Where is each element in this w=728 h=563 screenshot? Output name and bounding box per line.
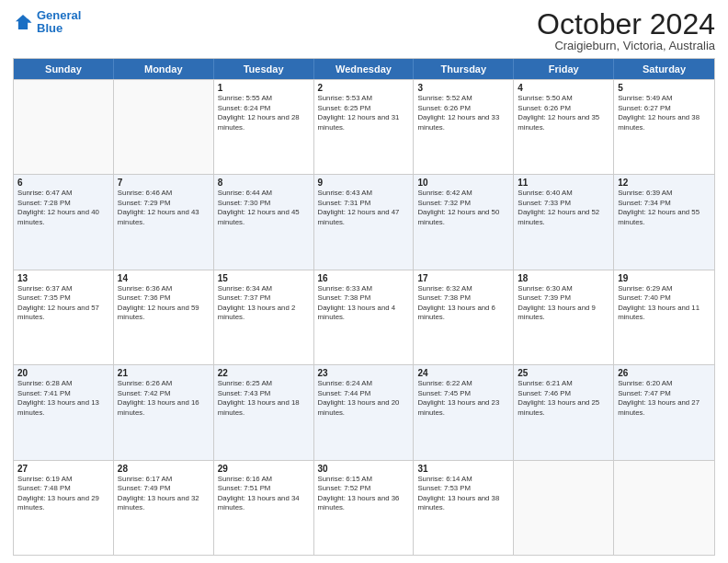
day-number: 2 — [318, 83, 410, 93]
calendar-cell-4-2: 29Sunrise: 6:16 AM Sunset: 7:51 PM Dayli… — [214, 461, 314, 555]
day-info: Sunrise: 6:20 AM Sunset: 7:47 PM Dayligh… — [618, 379, 711, 418]
calendar-cell-0-1 — [114, 80, 214, 174]
day-info: Sunrise: 6:19 AM Sunset: 7:48 PM Dayligh… — [17, 475, 109, 513]
day-info: Sunrise: 6:16 AM Sunset: 7:51 PM Dayligh… — [218, 475, 310, 513]
title-block: October 2024 Craigieburn, Victoria, Aust… — [537, 9, 715, 52]
day-info: Sunrise: 5:55 AM Sunset: 6:24 PM Dayligh… — [218, 94, 310, 132]
weekday-header-saturday: Saturday — [614, 59, 714, 79]
calendar-cell-0-2: 1Sunrise: 5:55 AM Sunset: 6:24 PM Daylig… — [214, 80, 314, 174]
day-number: 28 — [118, 464, 210, 474]
calendar-row-3: 20Sunrise: 6:28 AM Sunset: 7:41 PM Dayli… — [14, 364, 714, 459]
day-number: 8 — [218, 178, 310, 188]
day-info: Sunrise: 5:49 AM Sunset: 6:27 PM Dayligh… — [618, 94, 711, 132]
day-info: Sunrise: 6:47 AM Sunset: 7:28 PM Dayligh… — [17, 189, 109, 227]
day-info: Sunrise: 6:17 AM Sunset: 7:49 PM Dayligh… — [118, 475, 210, 513]
day-number: 24 — [417, 368, 509, 378]
page: General Blue October 2024 Craigieburn, V… — [0, 0, 728, 563]
calendar-cell-1-0: 6Sunrise: 6:47 AM Sunset: 7:28 PM Daylig… — [14, 175, 114, 269]
calendar-cell-3-5: 25Sunrise: 6:21 AM Sunset: 7:46 PM Dayli… — [514, 365, 614, 459]
calendar-cell-1-2: 8Sunrise: 6:44 AM Sunset: 7:30 PM Daylig… — [214, 175, 314, 269]
calendar-cell-1-1: 7Sunrise: 6:46 AM Sunset: 7:29 PM Daylig… — [114, 175, 214, 269]
calendar-cell-4-0: 27Sunrise: 6:19 AM Sunset: 7:48 PM Dayli… — [14, 461, 114, 555]
day-number: 12 — [618, 178, 711, 188]
day-number: 31 — [417, 464, 509, 474]
day-number: 17 — [417, 273, 509, 283]
svg-marker-1 — [28, 19, 31, 23]
day-info: Sunrise: 6:33 AM Sunset: 7:38 PM Dayligh… — [318, 284, 410, 323]
calendar-row-2: 13Sunrise: 6:37 AM Sunset: 7:35 PM Dayli… — [14, 270, 714, 364]
day-number: 11 — [518, 178, 609, 188]
day-info: Sunrise: 6:30 AM Sunset: 7:39 PM Dayligh… — [518, 284, 609, 323]
calendar-cell-4-6 — [614, 461, 714, 555]
calendar-cell-1-4: 10Sunrise: 6:42 AM Sunset: 7:32 PM Dayli… — [414, 175, 514, 269]
day-info: Sunrise: 6:24 AM Sunset: 7:44 PM Dayligh… — [318, 379, 410, 418]
day-info: Sunrise: 6:15 AM Sunset: 7:52 PM Dayligh… — [318, 475, 410, 513]
day-number: 23 — [318, 368, 410, 378]
day-number: 30 — [318, 464, 410, 474]
weekday-header-thursday: Thursday — [414, 59, 514, 79]
day-info: Sunrise: 6:46 AM Sunset: 7:29 PM Dayligh… — [118, 189, 210, 227]
day-number: 9 — [318, 178, 410, 188]
day-number: 29 — [218, 464, 310, 474]
day-info: Sunrise: 6:21 AM Sunset: 7:46 PM Dayligh… — [518, 379, 609, 418]
day-info: Sunrise: 6:14 AM Sunset: 7:53 PM Dayligh… — [417, 475, 509, 513]
day-number: 18 — [518, 273, 609, 283]
calendar-cell-4-1: 28Sunrise: 6:17 AM Sunset: 7:49 PM Dayli… — [114, 461, 214, 555]
logo: General Blue — [13, 9, 81, 36]
logo-line1: General — [37, 8, 81, 22]
calendar-cell-2-2: 15Sunrise: 6:34 AM Sunset: 7:37 PM Dayli… — [214, 270, 314, 364]
day-number: 16 — [318, 273, 410, 283]
location: Craigieburn, Victoria, Australia — [537, 39, 715, 52]
day-info: Sunrise: 6:25 AM Sunset: 7:43 PM Dayligh… — [218, 379, 310, 418]
day-number: 6 — [17, 178, 109, 188]
calendar-cell-2-4: 17Sunrise: 6:32 AM Sunset: 7:38 PM Dayli… — [414, 270, 514, 364]
day-number: 5 — [618, 83, 711, 93]
calendar-cell-1-6: 12Sunrise: 6:39 AM Sunset: 7:34 PM Dayli… — [614, 175, 714, 269]
calendar-cell-2-5: 18Sunrise: 6:30 AM Sunset: 7:39 PM Dayli… — [514, 270, 614, 364]
day-info: Sunrise: 5:50 AM Sunset: 6:26 PM Dayligh… — [518, 94, 609, 132]
weekday-header-wednesday: Wednesday — [314, 59, 415, 79]
day-number: 25 — [518, 368, 609, 378]
calendar-cell-1-3: 9Sunrise: 6:43 AM Sunset: 7:31 PM Daylig… — [314, 175, 415, 269]
day-number: 21 — [118, 368, 210, 378]
day-info: Sunrise: 6:28 AM Sunset: 7:41 PM Dayligh… — [17, 379, 109, 418]
day-info: Sunrise: 6:32 AM Sunset: 7:38 PM Dayligh… — [417, 284, 509, 323]
calendar-cell-4-5 — [514, 461, 614, 555]
month-title: October 2024 — [537, 9, 715, 39]
day-number: 13 — [17, 273, 109, 283]
calendar-cell-0-0 — [14, 80, 114, 174]
calendar-cell-2-3: 16Sunrise: 6:33 AM Sunset: 7:38 PM Dayli… — [314, 270, 415, 364]
calendar-row-0: 1Sunrise: 5:55 AM Sunset: 6:24 PM Daylig… — [14, 79, 714, 174]
day-info: Sunrise: 6:42 AM Sunset: 7:32 PM Dayligh… — [417, 189, 509, 227]
calendar-row-1: 6Sunrise: 6:47 AM Sunset: 7:28 PM Daylig… — [14, 174, 714, 269]
day-number: 19 — [618, 273, 711, 283]
day-number: 10 — [417, 178, 509, 188]
day-info: Sunrise: 6:37 AM Sunset: 7:35 PM Dayligh… — [17, 284, 109, 323]
day-number: 7 — [118, 178, 210, 188]
day-number: 20 — [17, 368, 109, 378]
weekday-header-sunday: Sunday — [14, 59, 114, 79]
day-info: Sunrise: 6:39 AM Sunset: 7:34 PM Dayligh… — [618, 189, 711, 227]
calendar-cell-0-4: 3Sunrise: 5:52 AM Sunset: 6:26 PM Daylig… — [414, 80, 514, 174]
day-info: Sunrise: 6:36 AM Sunset: 7:36 PM Dayligh… — [118, 284, 210, 323]
day-info: Sunrise: 5:52 AM Sunset: 6:26 PM Dayligh… — [417, 94, 509, 132]
header: General Blue October 2024 Craigieburn, V… — [13, 9, 715, 52]
calendar-cell-2-6: 19Sunrise: 6:29 AM Sunset: 7:40 PM Dayli… — [614, 270, 714, 364]
calendar-cell-3-3: 23Sunrise: 6:24 AM Sunset: 7:44 PM Dayli… — [314, 365, 415, 459]
day-number: 3 — [417, 83, 509, 93]
weekday-header-friday: Friday — [514, 59, 614, 79]
calendar-cell-3-6: 26Sunrise: 6:20 AM Sunset: 7:47 PM Dayli… — [614, 365, 714, 459]
day-number: 15 — [218, 273, 310, 283]
day-info: Sunrise: 6:26 AM Sunset: 7:42 PM Dayligh… — [118, 379, 210, 418]
logo-line2: Blue — [37, 22, 81, 35]
day-number: 1 — [218, 83, 310, 93]
calendar: SundayMondayTuesdayWednesdayThursdayFrid… — [13, 58, 715, 556]
day-info: Sunrise: 6:40 AM Sunset: 7:33 PM Dayligh… — [518, 189, 609, 227]
day-info: Sunrise: 6:44 AM Sunset: 7:30 PM Dayligh… — [218, 189, 310, 227]
calendar-row-4: 27Sunrise: 6:19 AM Sunset: 7:48 PM Dayli… — [14, 460, 714, 555]
calendar-header: SundayMondayTuesdayWednesdayThursdayFrid… — [14, 59, 714, 79]
calendar-cell-3-1: 21Sunrise: 6:26 AM Sunset: 7:42 PM Dayli… — [114, 365, 214, 459]
calendar-cell-4-3: 30Sunrise: 6:15 AM Sunset: 7:52 PM Dayli… — [314, 461, 415, 555]
day-number: 26 — [618, 368, 711, 378]
day-number: 14 — [118, 273, 210, 283]
